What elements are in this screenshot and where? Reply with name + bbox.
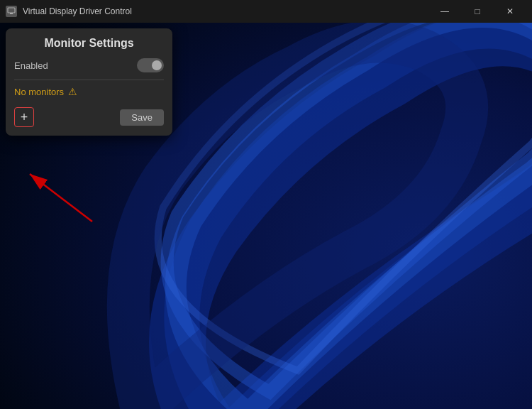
svg-rect-1: [10, 13, 13, 14]
enabled-row: Enabled: [14, 58, 164, 72]
no-monitors-text: No monitors: [14, 87, 64, 97]
maximize-button[interactable]: □: [461, 0, 494, 23]
toggle-knob: [152, 60, 162, 70]
svg-rect-0: [8, 8, 15, 13]
titlebar: Virtual Display Driver Control — □ ✕: [0, 0, 532, 23]
panel-actions: + Save: [14, 107, 164, 127]
titlebar-title: Virtual Display Driver Control: [23, 6, 428, 16]
no-monitors-notice: No monitors ⚠: [14, 86, 164, 97]
window-content: Monitor Settings Enabled No monitors ⚠ +…: [0, 23, 532, 409]
close-button[interactable]: ✕: [494, 0, 526, 23]
enabled-toggle[interactable]: [137, 58, 164, 72]
app-icon: [6, 6, 17, 17]
add-monitor-button[interactable]: +: [14, 107, 34, 127]
divider: [14, 80, 164, 80]
save-button[interactable]: Save: [120, 109, 164, 126]
monitor-settings-panel: Monitor Settings Enabled No monitors ⚠ +…: [6, 28, 172, 136]
panel-title: Monitor Settings: [14, 37, 164, 50]
minimize-button[interactable]: —: [428, 0, 461, 23]
enabled-label: Enabled: [14, 60, 48, 71]
window-controls: — □ ✕: [428, 0, 526, 23]
warning-icon: ⚠: [68, 86, 77, 97]
